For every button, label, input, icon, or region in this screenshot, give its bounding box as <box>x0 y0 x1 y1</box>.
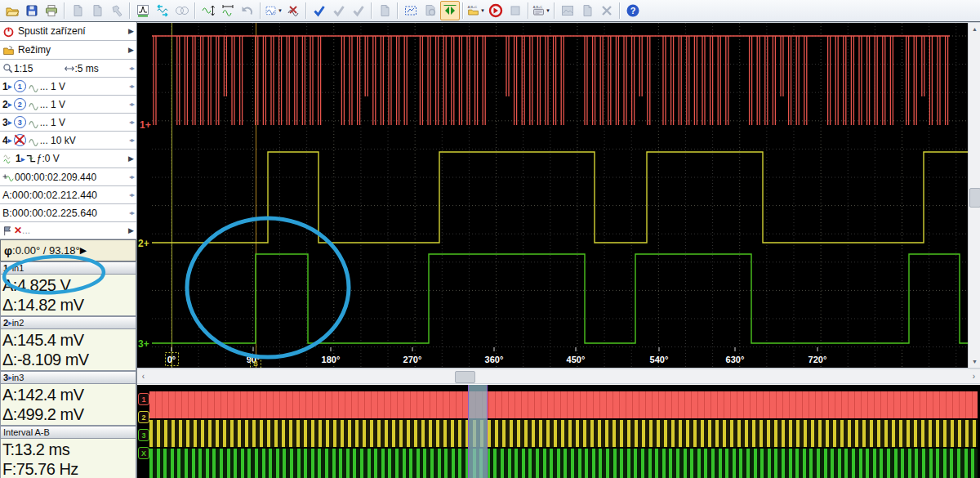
stepper-arrows-icon[interactable]: ◂▸ <box>129 136 134 144</box>
channel-number: 3 <box>2 117 8 128</box>
duplicate-page-button[interactable] <box>87 1 107 20</box>
measure-header-interval-a-b[interactable]: Interval A-B <box>0 426 136 438</box>
dropdown-arrow-icon[interactable]: ▼ <box>480 8 485 13</box>
horizontal-scroll-thumb[interactable] <box>455 371 475 383</box>
phase-symbol: φ <box>4 244 12 257</box>
channel-2-row[interactable]: 2▸2... 1 V◂▸ <box>0 96 136 114</box>
channel-circle-icon[interactable]: 1 <box>14 80 26 92</box>
channel-range-value: ... 1 V <box>40 81 129 92</box>
record-time-row[interactable]: 000:00:02.209.440 ◂▸ <box>0 168 136 186</box>
channel-3-row[interactable]: 3▸3... 1 V◂▸ <box>0 114 136 132</box>
dropdown-arrow-icon[interactable]: ▼ <box>546 8 550 13</box>
marker-flag-row[interactable]: ✕ ... ▶ <box>0 222 136 239</box>
measure-values: A:4.825 VΔ:14.82 mV <box>0 274 136 316</box>
measure-name: Interval A-B <box>3 427 50 437</box>
magnifier-icon <box>2 63 14 74</box>
record-button[interactable] <box>486 1 506 20</box>
channel-label: 3+ <box>138 338 149 350</box>
help-button[interactable]: ? <box>623 1 643 20</box>
preview-zoom-button[interactable] <box>421 1 440 20</box>
accept-all-button[interactable] <box>310 1 329 20</box>
channel-rows: 1▸1... 1 V◂▸2▸2... 1 V◂▸3▸3... 1 V◂▸4▸4.… <box>0 78 136 150</box>
stepper-arrows-icon[interactable]: ◂▸ <box>129 83 134 90</box>
stop-button[interactable] <box>506 1 525 20</box>
stepper-arrows-icon[interactable]: ◂▸ <box>129 191 134 199</box>
keyboard-shortcuts-button[interactable]: A;B+C▼ <box>532 1 551 20</box>
submenu-arrow-icon[interactable]: ▶ <box>128 27 134 35</box>
report-button[interactable] <box>375 1 394 20</box>
tools-button[interactable] <box>107 1 127 20</box>
modes-row[interactable]: Režimy ▶ <box>0 41 136 60</box>
phase-menu-arrow[interactable]: ▶ <box>80 245 87 256</box>
submenu-arrow-icon[interactable]: ▶ <box>128 226 134 235</box>
open-file-button[interactable] <box>2 1 22 20</box>
print-button[interactable] <box>42 1 61 20</box>
start-device-row[interactable]: Spustit zařízení ▶ <box>0 22 136 41</box>
measure-name: in3 <box>12 373 24 382</box>
cursor-a-row[interactable]: A:000:00:02.212.440 ◂▸ <box>0 186 136 204</box>
vertical-scroll-thumb[interactable] <box>969 188 980 208</box>
stepper-arrows-icon[interactable]: ◂▸ <box>129 209 134 217</box>
copy-page-button[interactable] <box>68 1 87 20</box>
record-overview-panel[interactable]: 123X <box>137 384 980 478</box>
scroll-down-icon[interactable]: ▼ <box>969 355 980 368</box>
channel-1-row[interactable]: 1▸1... 1 V◂▸ <box>0 78 136 96</box>
trigger-row[interactable]: 1▸ ƒ:0 V ▶ <box>0 150 136 168</box>
vertical-scale-button[interactable] <box>198 1 218 20</box>
scope-vertical-scrollbar[interactable]: ▲ ▼ <box>968 23 980 368</box>
scope-view[interactable]: 1+2+3+0°90°180°270°360°450°540°630°720°B <box>137 23 968 368</box>
scroll-left-icon[interactable]: ‹ <box>137 369 149 383</box>
channel-4-row[interactable]: 4▸4... 10 kV◂▸ <box>0 132 136 150</box>
channel-arrow-icon: ▸ <box>8 82 12 91</box>
clear-wave-button[interactable] <box>283 1 303 20</box>
scroll-up-icon[interactable]: ▲ <box>969 23 980 35</box>
trigger-wave-icon <box>2 153 16 164</box>
export-image-button[interactable] <box>558 1 577 20</box>
axis-tick-label: 360° <box>485 355 504 364</box>
accept-a-button[interactable] <box>329 1 349 20</box>
overview-view-selection[interactable] <box>468 385 488 478</box>
scope-canvas[interactable]: 1+2+3+0°90°180°270°360°450°540°630°720°B <box>137 23 968 368</box>
channel-number: 1 <box>2 81 8 92</box>
view-select-button[interactable]: ▼ <box>264 1 283 20</box>
overview-badge-X[interactable]: X <box>138 447 149 459</box>
delete-button[interactable] <box>597 1 617 20</box>
phase-measure-row[interactable]: φ :0.00° / 93.18° ▶ <box>0 239 136 261</box>
overview-channel3-band[interactable] <box>149 449 978 478</box>
stepper-arrows-icon[interactable]: ◂▸ <box>129 101 134 108</box>
save-file-button[interactable] <box>22 1 42 20</box>
dropdown-arrow-icon[interactable]: ▼ <box>278 8 283 13</box>
measure-header-in2[interactable]: 2▸in2 <box>0 316 136 328</box>
measure-header-in1[interactable]: 1▸in1 <box>0 261 136 274</box>
axis-tick-label: 270° <box>403 355 422 364</box>
undo-button[interactable] <box>238 1 257 20</box>
stepper-arrows-icon[interactable]: ◂▸ <box>129 65 134 72</box>
probe-wave-icon <box>28 99 40 110</box>
overview-channel2-band[interactable] <box>149 420 978 447</box>
stepper-arrows-icon[interactable]: ◂▸ <box>129 173 134 181</box>
channel-circle-icon[interactable]: 2 <box>14 98 26 110</box>
submenu-arrow-icon[interactable]: ▶ <box>128 46 134 54</box>
channel-circle-icon[interactable]: 3 <box>14 116 26 128</box>
overview-channel1-band[interactable] <box>149 391 978 418</box>
scroll-right-icon[interactable]: › <box>968 369 980 383</box>
measure-wave-button[interactable] <box>218 1 238 20</box>
submenu-arrow-icon[interactable]: ▶ <box>128 154 134 163</box>
overview-badge-3[interactable]: 3 <box>138 429 149 441</box>
link-views-button[interactable] <box>172 1 192 20</box>
export-page-button[interactable] <box>577 1 597 20</box>
select-region-button[interactable] <box>401 1 421 20</box>
stepper-arrows-icon[interactable]: ◂▸ <box>129 118 134 126</box>
display-mode-button[interactable] <box>153 1 172 20</box>
measure-header-in3[interactable]: 3▸in3 <box>0 371 136 383</box>
single-capture-button[interactable] <box>133 1 153 20</box>
compare-signals-button[interactable] <box>440 1 460 20</box>
scope-horizontal-scrollbar[interactable]: ‹ › <box>137 369 980 383</box>
zoom-timebase-row[interactable]: 1:15 :5 ms ◂▸ <box>0 60 136 78</box>
cursor-b-row[interactable]: B:000:00:02.225.640 ◂▸ <box>0 204 136 222</box>
channel-circle-icon[interactable]: 4 <box>14 134 26 146</box>
open-reference-button[interactable]: A;B+C▼ <box>466 1 486 20</box>
overview-badge-2[interactable]: 2 <box>138 411 149 423</box>
accept-b-button[interactable] <box>349 1 368 20</box>
overview-badge-1[interactable]: 1 <box>138 393 149 405</box>
